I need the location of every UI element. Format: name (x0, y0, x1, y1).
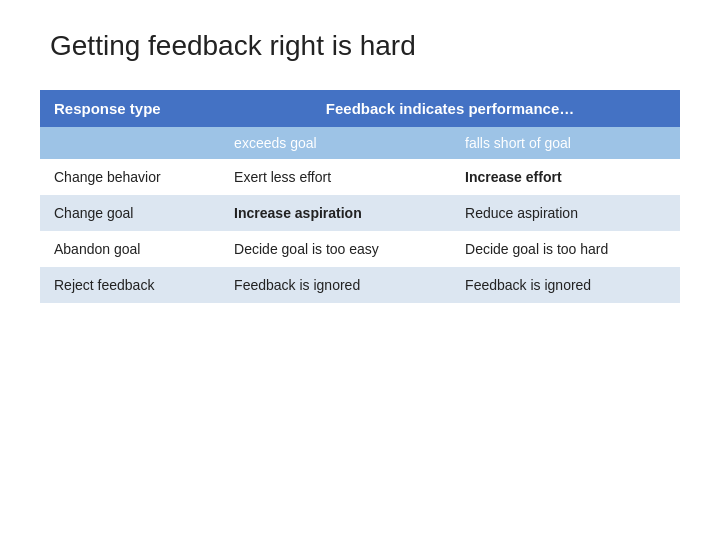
response-type-cell: Reject feedback (40, 267, 220, 303)
falls-short-cell: Feedback is ignored (451, 267, 680, 303)
page-title: Getting feedback right is hard (40, 30, 416, 62)
subheader-response-type (40, 127, 220, 159)
exceeds-goal-cell: Feedback is ignored (220, 267, 451, 303)
exceeds-goal-cell: Exert less effort (220, 159, 451, 195)
table-row: Reject feedbackFeedback is ignoredFeedba… (40, 267, 680, 303)
feedback-table: Response type Feedback indicates perform… (40, 90, 680, 303)
falls-short-cell: Increase effort (451, 159, 680, 195)
response-type-cell: Change goal (40, 195, 220, 231)
col-header-response-type: Response type (40, 90, 220, 127)
falls-short-cell: Decide goal is too hard (451, 231, 680, 267)
table-row: Change behaviorExert less effortIncrease… (40, 159, 680, 195)
response-type-cell: Change behavior (40, 159, 220, 195)
exceeds-goal-cell: Decide goal is too easy (220, 231, 451, 267)
response-type-cell: Abandon goal (40, 231, 220, 267)
col-header-feedback: Feedback indicates performance… (220, 90, 680, 127)
falls-short-cell: Reduce aspiration (451, 195, 680, 231)
subheader-exceeds-goal: exceeds goal (220, 127, 451, 159)
table-row: Change goalIncrease aspirationReduce asp… (40, 195, 680, 231)
exceeds-goal-cell: Increase aspiration (220, 195, 451, 231)
subheader-falls-short: falls short of goal (451, 127, 680, 159)
table-row: Abandon goalDecide goal is too easyDecid… (40, 231, 680, 267)
